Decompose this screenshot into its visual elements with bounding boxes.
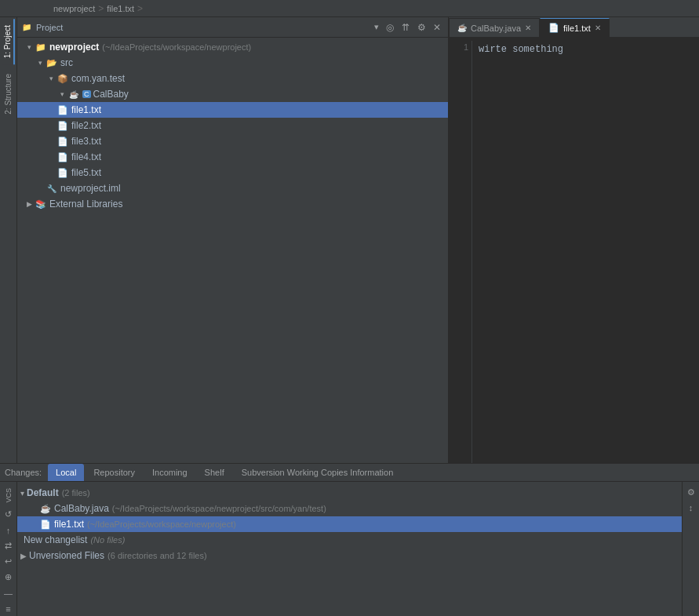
default-group-label: Default bbox=[27, 487, 59, 498]
new-changelist-label: New changelist bbox=[24, 534, 87, 545]
refresh-btn[interactable]: ↺ bbox=[2, 508, 16, 522]
tab-svn-label: Subversion Working Copies Information bbox=[242, 468, 394, 477]
tree-item-file5[interactable]: 📄 file5.txt bbox=[17, 165, 448, 180]
add-btn[interactable]: ⊕ bbox=[2, 570, 16, 585]
file1-change-path: (~/IdeaProjects/workspace/newproject) bbox=[87, 519, 236, 529]
bottom-content: VCS ↺ ↑ ⇄ ↩ ⊕ — ≡ ☑ ⊟ ▾ Default (2 files… bbox=[0, 482, 699, 616]
tree-item-file2[interactable]: 📄 file2.txt bbox=[17, 118, 448, 133]
tab-local-label: Local bbox=[56, 468, 76, 477]
changes-item-file1[interactable]: 📄 file1.txt (~/IdeaProjects/workspace/ne… bbox=[17, 516, 682, 532]
sidebar-tab-structure[interactable]: 2: Structure bbox=[2, 67, 14, 121]
file3-label: file3.txt bbox=[71, 136, 101, 147]
tree-item-ext-libs[interactable]: ▶ 📚 External Libraries bbox=[17, 196, 448, 212]
file2-icon: 📄 bbox=[56, 119, 69, 132]
bottom-panel: Changes: Local Repository Incoming Shelf… bbox=[0, 463, 699, 616]
breadcrumb-sep2: > bbox=[137, 3, 143, 14]
changes-item-calbaby[interactable]: ☕ CalBaby.java (~/IdeaProjects/workspace… bbox=[17, 501, 682, 516]
panel-title: Project bbox=[36, 23, 370, 32]
file4-arrow bbox=[46, 151, 56, 162]
move-up-btn[interactable]: ↑ bbox=[2, 523, 16, 538]
file1-change-label: file1.txt bbox=[54, 519, 84, 530]
sidebar-tab-project[interactable]: 1: Project bbox=[2, 19, 15, 64]
remove-btn[interactable]: — bbox=[2, 586, 16, 600]
project-breadcrumb[interactable]: newproject bbox=[53, 4, 95, 13]
changes-list[interactable]: ▾ Default (2 files) ☕ CalBaby.java (~/Id… bbox=[17, 482, 682, 616]
settings-btn[interactable]: ⚙ bbox=[415, 21, 428, 34]
tab-calbaby-icon: ☕ bbox=[457, 24, 467, 32]
main-content-area: 1: Project 2: Structure Z: Structure 📁 P… bbox=[0, 17, 699, 616]
new-changelist-info: (No files) bbox=[90, 535, 125, 545]
package-arrow: ▾ bbox=[46, 73, 56, 84]
panel-header: 📁 Project ▾ ◎ ⇈ ⚙ ✕ bbox=[17, 17, 448, 38]
revert-btn[interactable]: ↩ bbox=[2, 555, 16, 569]
tree-item-src[interactable]: ▾ 📂 src bbox=[17, 55, 448, 71]
tree-item-calbaby[interactable]: ▾ ☕ C CalBaby bbox=[17, 86, 448, 102]
tree-item-iml[interactable]: 🔧 newproject.iml bbox=[17, 180, 448, 196]
bottom-tab-shelf[interactable]: Shelf bbox=[197, 464, 232, 481]
settings-bottom-btn[interactable]: ⚙ bbox=[684, 485, 698, 499]
bottom-tab-local[interactable]: Local bbox=[48, 464, 84, 481]
close-panel-btn[interactable]: ✕ bbox=[431, 21, 443, 34]
panel-folder-icon: 📁 bbox=[22, 23, 31, 31]
tab-calbaby[interactable]: ☕ CalBaby.java ✕ bbox=[449, 18, 540, 37]
src-icon: 📂 bbox=[46, 56, 58, 69]
default-group-count: (2 files) bbox=[62, 488, 90, 498]
editor-tabs: ☕ CalBaby.java ✕ 📄 file1.txt ✕ bbox=[449, 17, 699, 38]
ext-libs-icon: 📚 bbox=[35, 198, 47, 210]
src-arrow: ▾ bbox=[35, 57, 46, 68]
tab-calbaby-label: CalBaby.java bbox=[471, 24, 521, 33]
tab-file1-close[interactable]: ✕ bbox=[595, 24, 601, 32]
more-btn[interactable]: ≡ bbox=[2, 602, 16, 616]
file2-label: file2.txt bbox=[71, 120, 101, 131]
tab-incoming-label: Incoming bbox=[152, 468, 187, 477]
unversioned-count: (6 directories and 12 files) bbox=[107, 551, 207, 560]
tab-file1-label: file1.txt bbox=[563, 24, 591, 33]
file3-icon: 📄 bbox=[56, 135, 69, 148]
iml-icon: 🔧 bbox=[46, 182, 58, 195]
calbaby-arrow: ▾ bbox=[56, 89, 67, 100]
unversioned-header[interactable]: ▶ Unversioned Files (6 directories and 1… bbox=[17, 548, 682, 563]
bottom-tab-svn[interactable]: Subversion Working Copies Information bbox=[234, 464, 402, 481]
new-changelist: New changelist (No files) bbox=[17, 532, 682, 548]
tree-item-package[interactable]: ▾ 📦 com.yan.test bbox=[17, 71, 448, 86]
tab-file1[interactable]: 📄 file1.txt ✕ bbox=[540, 18, 610, 37]
file5-icon: 📄 bbox=[56, 166, 69, 179]
vcs-label: VCS bbox=[3, 485, 14, 506]
changes-label: Changes: bbox=[5, 468, 42, 477]
tab-file1-icon: 📄 bbox=[548, 23, 559, 33]
breadcrumb-sep1: > bbox=[98, 3, 104, 14]
code-text-1: wirte something bbox=[479, 44, 563, 55]
code-line-1: wirte something bbox=[479, 42, 693, 56]
root-label: newproject bbox=[49, 42, 99, 53]
bottom-tabs: Changes: Local Repository Incoming Shelf… bbox=[0, 464, 699, 482]
collapse-all-btn[interactable]: ⇈ bbox=[399, 21, 412, 34]
tree-item-file3[interactable]: 📄 file3.txt bbox=[17, 133, 448, 149]
default-group-arrow: ▾ bbox=[20, 489, 24, 498]
root-arrow: ▾ bbox=[24, 42, 35, 53]
tree-root[interactable]: ▾ 📁 newproject (~/IdeaProjects/workspace… bbox=[17, 39, 448, 55]
root-path: (~/IdeaProjects/workspace/newproject) bbox=[102, 42, 251, 52]
unversioned-arrow: ▶ bbox=[20, 552, 27, 560]
bottom-tab-repository[interactable]: Repository bbox=[86, 464, 143, 481]
panel-dropdown-icon[interactable]: ▾ bbox=[374, 22, 379, 32]
tab-shelf-label: Shelf bbox=[205, 468, 224, 477]
root-folder-icon: 📁 bbox=[35, 41, 47, 53]
calbaby-change-label: CalBaby.java bbox=[54, 503, 109, 514]
file5-label: file5.txt bbox=[71, 167, 101, 178]
locate-file-btn[interactable]: ◎ bbox=[384, 21, 396, 34]
file4-icon: 📄 bbox=[56, 151, 69, 163]
src-label: src bbox=[60, 57, 73, 68]
calbaby-change-path: (~/IdeaProjects/workspace/newproject/src… bbox=[112, 504, 326, 513]
file1-icon: 📄 bbox=[56, 104, 69, 116]
sort-btn[interactable]: ↕ bbox=[684, 501, 698, 515]
calbaby-badge: C bbox=[82, 90, 91, 98]
file-breadcrumb[interactable]: file1.txt bbox=[107, 4, 134, 13]
bottom-tab-incoming[interactable]: Incoming bbox=[144, 464, 195, 481]
file2-arrow bbox=[46, 120, 56, 131]
diff-btn[interactable]: ⇄ bbox=[2, 539, 16, 553]
tab-calbaby-close[interactable]: ✕ bbox=[525, 24, 531, 32]
default-group-header[interactable]: ▾ Default (2 files) bbox=[17, 485, 682, 501]
ext-libs-arrow: ▶ bbox=[24, 199, 35, 210]
tree-item-file4[interactable]: 📄 file4.txt bbox=[17, 149, 448, 165]
tree-item-file1[interactable]: 📄 file1.txt bbox=[17, 102, 448, 118]
